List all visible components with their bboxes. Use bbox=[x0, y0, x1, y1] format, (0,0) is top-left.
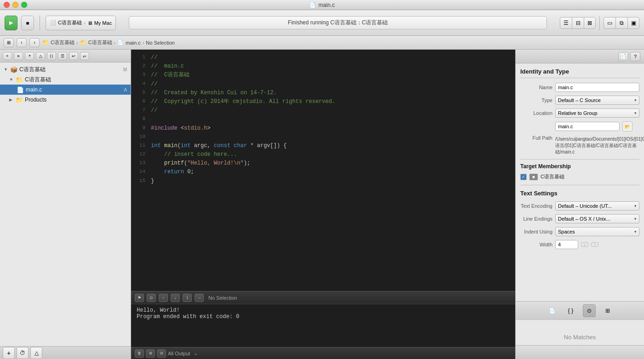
file-browse-btn[interactable]: 📂 bbox=[622, 121, 632, 131]
main-layout: + ≡ ⌖ △ ⟨⟩ ☰ ↩ ⥅ ▼ 📦 C语言基础 M ▼ 📁 C语言基础 bbox=[0, 50, 644, 359]
close-button[interactable] bbox=[4, 2, 10, 8]
output-panel: Hello, World! Program ended with exit co… bbox=[131, 304, 515, 359]
sidebar-bottom: + ⏱ △ bbox=[0, 346, 131, 359]
location-row: Location Relative to Group ▾ bbox=[520, 108, 639, 118]
split-view-btn[interactable]: ⧉ bbox=[615, 17, 627, 29]
no-matches-label: No Matches bbox=[516, 334, 644, 341]
clear-output-btn[interactable]: 🗑 bbox=[135, 349, 144, 358]
sidebar-warn-btn[interactable]: △ bbox=[36, 52, 45, 60]
rp-identity-btn[interactable]: ⊙ bbox=[583, 304, 596, 317]
name-input[interactable] bbox=[555, 83, 639, 92]
navigator-view-group: ☰ ⊟ ⊠ bbox=[560, 17, 596, 29]
tree-arrow-group: ▼ bbox=[9, 77, 14, 82]
back-btn[interactable]: ‹ bbox=[17, 38, 27, 47]
tree-arrow-root: ▼ bbox=[4, 67, 8, 72]
products-item[interactable]: ▶ 📁 Products bbox=[0, 95, 131, 105]
width-stepper-down[interactable]: ▼ bbox=[591, 242, 598, 247]
sidebar-toolbar: + ≡ ⌖ △ ⟨⟩ ☰ ↩ ⥅ bbox=[0, 50, 131, 63]
full-view-btn[interactable]: ▣ bbox=[627, 17, 639, 29]
indent-select[interactable]: Spaces ▾ bbox=[555, 227, 639, 236]
nav-down-btn[interactable]: ↓ bbox=[171, 294, 180, 302]
rp-bottom-icons: 📄 { } ⊙ ⊞ bbox=[516, 301, 644, 319]
titlebar: 📄 main.c bbox=[0, 0, 644, 10]
sidebar-list-btn[interactable]: ☰ bbox=[58, 52, 67, 60]
scheme-selector[interactable]: ⬜ C语言基础 › 🖥 My Mac bbox=[46, 16, 116, 30]
location-file-input[interactable] bbox=[555, 122, 620, 131]
issues-btn[interactable]: ⚑ bbox=[135, 294, 144, 302]
grid-view-btn[interactable]: ⊞ bbox=[4, 38, 14, 47]
nav-up-btn[interactable]: ↑ bbox=[159, 294, 168, 302]
filter-output-btn[interactable]: ⊟ bbox=[157, 349, 166, 358]
type-select[interactable]: Default – C Source ▾ bbox=[555, 96, 639, 105]
navigator-view-btn[interactable]: ☰ bbox=[560, 17, 572, 29]
target-app-icon: ■ bbox=[529, 174, 538, 180]
scheme-icon: ⬜ bbox=[50, 20, 56, 26]
output-arrow[interactable]: ⌄ bbox=[194, 350, 198, 356]
filter-recent-btn[interactable]: ⏱ bbox=[17, 347, 29, 359]
status-bar: Finished running C语言基础：C语言基础 bbox=[129, 16, 547, 29]
add-btn[interactable]: + bbox=[3, 347, 15, 359]
code-editor[interactable]: 1 // 2 // main.c 3 // C语言基础 4 // bbox=[131, 50, 515, 291]
endings-select[interactable]: Default – OS X / Unix... ▾ bbox=[555, 214, 639, 223]
location-select[interactable]: Relative to Group ▾ bbox=[555, 108, 639, 118]
add-file-btn[interactable]: + bbox=[3, 52, 12, 60]
rp-new-btn[interactable]: 📄 bbox=[618, 52, 628, 61]
rp-file-inspector-btn[interactable]: 📄 bbox=[546, 304, 559, 317]
maximize-button[interactable] bbox=[21, 2, 27, 8]
indent-arrow: ▾ bbox=[634, 229, 637, 234]
type-row: Type Default – C Source ▾ bbox=[520, 96, 639, 105]
code-line-10: 10 bbox=[131, 133, 515, 142]
sidebar-search-btn[interactable]: ⌖ bbox=[25, 52, 34, 60]
type-label: Type bbox=[520, 97, 552, 103]
forward-btn[interactable]: › bbox=[29, 38, 40, 47]
target-row: ✓ ■ C语言基础 bbox=[520, 173, 639, 180]
rp-quick-help-btn[interactable]: { } bbox=[564, 304, 577, 317]
target-checkbox[interactable]: ✓ bbox=[520, 174, 527, 180]
project-root-item[interactable]: ▼ 📦 C语言基础 M bbox=[0, 64, 131, 74]
filter-warning-btn[interactable]: △ bbox=[30, 347, 42, 359]
breakpoints-btn[interactable]: ⊙ bbox=[147, 294, 156, 302]
minimize-button[interactable] bbox=[12, 2, 18, 8]
bc-root[interactable]: 📁 bbox=[42, 40, 49, 46]
layout-view-group: ▭ ⧉ ▣ bbox=[604, 17, 639, 29]
group-item[interactable]: ▼ 📁 C语言基础 bbox=[0, 74, 131, 85]
file-item-main[interactable]: 📄 main.c A bbox=[0, 85, 131, 95]
main-toolbar: ▶ ■ ⬜ C语言基础 › 🖥 My Mac Finished running … bbox=[0, 10, 644, 36]
single-view-btn[interactable]: ▭ bbox=[604, 17, 615, 29]
sidebar-filter-btn[interactable]: ≡ bbox=[14, 52, 23, 60]
bc-file-icon: 📄 bbox=[117, 40, 124, 46]
encoding-select[interactable]: Default – Unicode (UT... ▾ bbox=[555, 201, 639, 211]
sidebar-nav-btn[interactable]: ⟨⟩ bbox=[47, 52, 56, 60]
output-bottom: 🗑 ⊞ ⊟ All Output ⌄ bbox=[131, 347, 515, 359]
run-button[interactable]: ▶ bbox=[5, 16, 17, 30]
width-label: Width bbox=[520, 242, 552, 247]
nav-jump-btn[interactable]: ⤵ bbox=[183, 294, 192, 302]
width-stepper-up[interactable]: ▲ bbox=[581, 242, 588, 247]
code-line-14: 14 return 0; bbox=[131, 168, 515, 177]
code-line-12: 12 // insert code here... bbox=[131, 150, 515, 159]
split-output-btn[interactable]: ⊞ bbox=[146, 349, 155, 358]
target-name: C语言基础 bbox=[540, 173, 639, 180]
rp-grid-btn[interactable]: ⊞ bbox=[601, 304, 614, 317]
width-input[interactable] bbox=[555, 240, 578, 249]
editor-bottom-nav: ⚑ ⊙ ↑ ↓ ⤵ → No Selection bbox=[131, 291, 515, 304]
target-icon: 🖥 bbox=[87, 20, 92, 26]
code-line-5: 5 // Created by Kenshin Cui on 14-7-12. bbox=[131, 89, 515, 97]
stop-button[interactable]: ■ bbox=[21, 16, 34, 30]
search-bottom bbox=[516, 345, 644, 359]
section-text-settings: Text Settings bbox=[520, 190, 639, 197]
rp-help-btn[interactable]: ? bbox=[630, 52, 640, 61]
location-select-arrow: ▾ bbox=[634, 111, 637, 115]
assistant-view-btn[interactable]: ⊠ bbox=[584, 17, 596, 29]
view-controls: ☰ ⊟ ⊠ ▭ ⧉ ▣ bbox=[560, 16, 639, 30]
sidebar-merge-btn[interactable]: ⥅ bbox=[80, 52, 89, 60]
standard-view-btn[interactable]: ⊟ bbox=[572, 17, 584, 29]
fullpath-value: /Users/cuijiangtao/Documents/[01]IOS/[01… bbox=[555, 136, 644, 155]
code-line-7: 7 // bbox=[131, 106, 515, 115]
section-target-membership: Target Membership bbox=[520, 163, 639, 170]
sidebar-time-btn[interactable]: ↩ bbox=[69, 52, 78, 60]
window-controls[interactable] bbox=[4, 2, 27, 8]
location-file-row: 📂 bbox=[555, 121, 639, 131]
nav-right-btn[interactable]: → bbox=[195, 294, 204, 302]
toolbar-sep2 bbox=[599, 16, 600, 30]
